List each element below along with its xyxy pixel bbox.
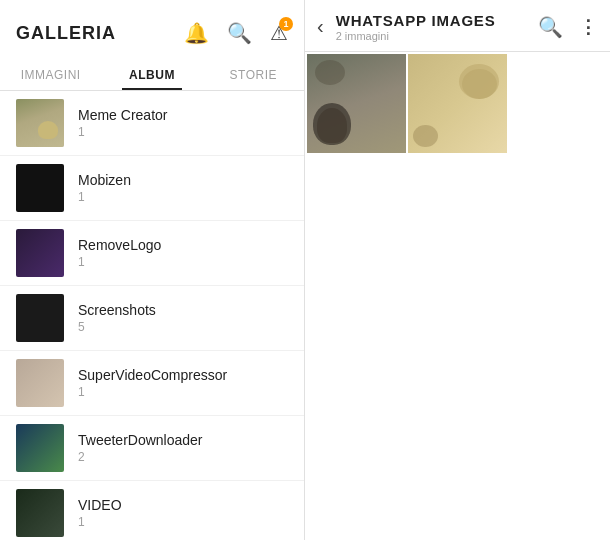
tab-album[interactable]: ALBUM — [101, 58, 202, 90]
album-name: VIDEO — [78, 497, 122, 513]
album-thumbnail — [16, 99, 64, 147]
list-item[interactable]: VIDEO 1 — [0, 481, 304, 540]
app-title: GALLERIA — [16, 23, 116, 44]
header-icons: 🔔 🔍 ⚠ 1 — [184, 21, 288, 45]
right-header-icons: 🔍 ⋮ — [538, 15, 598, 39]
list-item[interactable]: Screenshots 5 — [0, 286, 304, 351]
album-info: VIDEO 1 — [78, 497, 122, 529]
photo-grid — [305, 52, 610, 540]
more-button[interactable]: ⚠ 1 — [270, 21, 288, 45]
list-item[interactable]: TweeterDownloader 2 — [0, 416, 304, 481]
album-thumbnail — [16, 164, 64, 212]
left-header: GALLERIA 🔔 🔍 ⚠ 1 — [0, 0, 304, 52]
more-icon: ⋮ — [579, 16, 598, 38]
album-info: SuperVideoCompressor 1 — [78, 367, 227, 399]
badge: 1 — [279, 17, 293, 31]
list-item[interactable]: Mobizen 1 — [0, 156, 304, 221]
album-thumbnail — [16, 489, 64, 537]
right-more-button[interactable]: ⋮ — [579, 16, 598, 38]
album-count: 1 — [78, 190, 131, 204]
album-count: 1 — [78, 515, 122, 529]
album-count: 1 — [78, 125, 167, 139]
search-button[interactable]: 🔍 — [227, 21, 252, 45]
album-thumbnail — [16, 359, 64, 407]
album-name: TweeterDownloader — [78, 432, 203, 448]
album-count: 1 — [78, 385, 227, 399]
album-thumbnail — [16, 229, 64, 277]
album-thumbnail — [16, 294, 64, 342]
album-name: Mobizen — [78, 172, 131, 188]
tabs-bar: IMMAGINI ALBUM STORIE — [0, 58, 304, 91]
bell-icon: 🔔 — [184, 21, 209, 45]
album-info: RemoveLogo 1 — [78, 237, 161, 269]
photo-item[interactable] — [307, 54, 406, 153]
search-icon: 🔍 — [227, 21, 252, 45]
album-info: Mobizen 1 — [78, 172, 131, 204]
tab-storie[interactable]: STORIE — [203, 58, 304, 90]
right-panel-subtitle: 2 immagini — [336, 30, 538, 42]
photo-item[interactable] — [408, 54, 507, 153]
search-icon: 🔍 — [538, 15, 563, 39]
back-button[interactable]: ‹ — [313, 11, 328, 42]
album-name: RemoveLogo — [78, 237, 161, 253]
album-info: TweeterDownloader 2 — [78, 432, 203, 464]
notification-button[interactable]: 🔔 — [184, 21, 209, 45]
album-info: Meme Creator 1 — [78, 107, 167, 139]
right-panel: ‹ WHATSAPP IMAGES 2 immagini 🔍 ⋮ — [305, 0, 610, 540]
album-name: Meme Creator — [78, 107, 167, 123]
album-count: 2 — [78, 450, 203, 464]
tab-immagini[interactable]: IMMAGINI — [0, 58, 101, 90]
album-info: Screenshots 5 — [78, 302, 156, 334]
right-header: ‹ WHATSAPP IMAGES 2 immagini 🔍 ⋮ — [305, 0, 610, 52]
album-count: 1 — [78, 255, 161, 269]
list-item[interactable]: Meme Creator 1 — [0, 91, 304, 156]
right-title-block: WHATSAPP IMAGES 2 immagini — [336, 12, 538, 42]
album-count: 5 — [78, 320, 156, 334]
right-panel-title: WHATSAPP IMAGES — [336, 12, 538, 29]
list-item[interactable]: SuperVideoCompressor 1 — [0, 351, 304, 416]
left-panel: GALLERIA 🔔 🔍 ⚠ 1 IMMAGINI ALBUM STORIE — [0, 0, 305, 540]
album-name: SuperVideoCompressor — [78, 367, 227, 383]
list-item[interactable]: RemoveLogo 1 — [0, 221, 304, 286]
album-thumbnail — [16, 424, 64, 472]
right-search-button[interactable]: 🔍 — [538, 15, 563, 39]
album-name: Screenshots — [78, 302, 156, 318]
album-list: Meme Creator 1 Mobizen 1 RemoveLogo 1 Sc… — [0, 91, 304, 540]
